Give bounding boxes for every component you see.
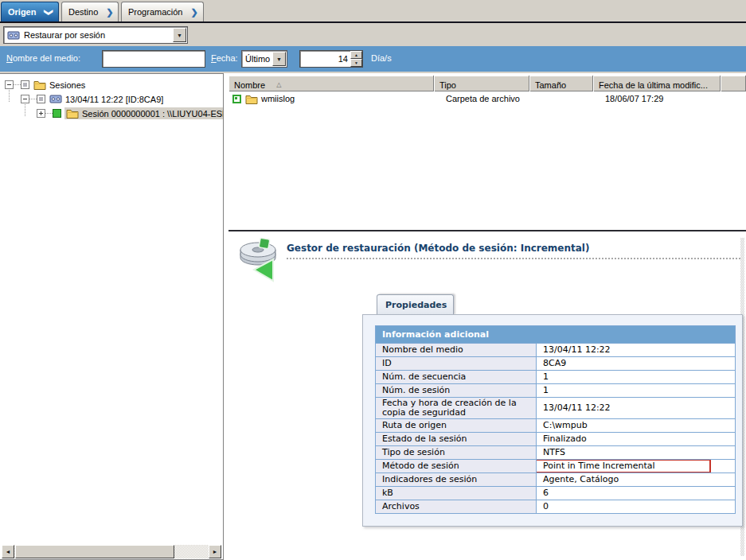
media-name-input[interactable] — [102, 50, 205, 68]
scroll-right-icon[interactable]: ► — [209, 545, 221, 558]
date-range-value: Último — [245, 54, 270, 64]
dropdown-arrow-icon[interactable]: ▼ — [173, 28, 186, 42]
property-label: Tipo de sesión — [376, 446, 537, 459]
chevron-down-icon: ❯ — [45, 8, 55, 15]
restore-type-value: Restaurar por sesión — [24, 30, 105, 40]
filter-toolbar: Nombre del medio: Fecha: Último ▼ ▲ ▼ Dí… — [0, 46, 746, 72]
selected-row-highlight: Sesión 0000000001 : \\LIUYU04-ESN — [64, 107, 224, 119]
property-row: kB6 — [376, 486, 735, 500]
tree-item-sesiones[interactable]: Sesiones — [5, 78, 85, 91]
file-row-wmiislog[interactable]: wmiislog Carpeta de archivo 18/06/07 17:… — [228, 91, 746, 106]
column-header-stub — [721, 76, 746, 91]
days-spinner[interactable]: ▲ ▼ — [350, 51, 362, 67]
property-row: Núm. de secuencia1 — [376, 370, 735, 383]
property-value: Finalizado — [537, 433, 735, 445]
restore-type-row: Restaurar por sesión ▼ — [0, 23, 746, 46]
property-label: Ruta de origen — [376, 419, 537, 432]
tree-item-label: Sesión 0000000001 : \\LIUYU04-ESN — [82, 109, 224, 119]
spin-down-icon[interactable]: ▼ — [350, 59, 362, 67]
property-value: 0 — [537, 500, 735, 513]
folder-icon — [245, 94, 258, 104]
expand-icon[interactable] — [37, 109, 45, 118]
checkbox-checked[interactable] — [232, 95, 241, 103]
horizontal-scrollbar[interactable]: ◄ ► — [2, 545, 221, 558]
property-row: Tipo de sesiónNTFS — [376, 445, 735, 459]
property-label: Estado de la sesión — [376, 433, 537, 445]
property-label: Fecha y hora de creación de la copia de … — [376, 398, 537, 418]
property-value: C:\wmpub — [537, 419, 735, 432]
tab-destino-label: Destino — [68, 7, 98, 17]
property-row: Fecha y hora de creación de la copia de … — [376, 397, 735, 418]
column-header-tamano[interactable]: Tamaño — [529, 76, 593, 91]
checkbox-checked[interactable] — [53, 109, 61, 118]
file-name: wmiislog — [261, 94, 439, 103]
property-value: Agente, Catálogo — [537, 473, 735, 486]
property-row: Archivos0 — [376, 500, 735, 513]
property-value: 13/04/11 12:22 — [537, 344, 735, 356]
properties-card: Información adicional Nombre del medio13… — [362, 314, 743, 527]
property-label: Método de sesión — [376, 460, 537, 472]
tape-drive-icon — [7, 30, 20, 41]
restore-type-select[interactable]: Restaurar por sesión ▼ — [3, 26, 188, 44]
date-range-select[interactable]: Último ▼ — [241, 50, 287, 68]
property-value: 1 — [537, 384, 735, 397]
file-modified: 18/06/07 17:29 — [599, 94, 663, 103]
file-list-header: Nombre △ Tipo Tamaño Fecha de la última … — [228, 76, 746, 91]
scroll-left-icon[interactable]: ◄ — [2, 545, 14, 558]
checkbox-partial[interactable] — [21, 80, 29, 89]
property-label: Indicadores de sesión — [376, 473, 537, 486]
tab-programacion-label: Programación — [128, 7, 182, 17]
tree-item-session[interactable]: Sesión 0000000001 : \\LIUYU04-ESN — [37, 107, 224, 120]
scrollbar-thumb[interactable] — [15, 545, 174, 558]
chevron-right-icon: ❯ — [190, 7, 197, 18]
additional-info-table: Información adicional Nombre del medio13… — [375, 325, 736, 514]
detail-panel: Gestor de restauración (Método de sesión… — [228, 230, 746, 560]
tree-item-label: Sesiones — [49, 80, 85, 90]
property-label: Núm. de secuencia — [376, 371, 537, 383]
table-header: Información adicional — [376, 326, 735, 343]
property-row: ID8CA9 — [376, 356, 735, 370]
checkbox-partial[interactable] — [37, 95, 45, 103]
sort-ascending-icon: △ — [276, 82, 281, 88]
property-value: 1 — [537, 371, 735, 383]
chevron-right-icon: ❯ — [106, 7, 113, 18]
date-label: Fecha: — [211, 53, 238, 63]
table-rows: Nombre del medio13/04/11 12:22ID8CA9Núm.… — [376, 343, 735, 513]
folder-icon — [66, 108, 79, 119]
property-row: Ruta de origenC:\wmpub — [376, 418, 735, 432]
tab-propiedades[interactable]: Propiedades — [377, 294, 454, 315]
spin-up-icon[interactable]: ▲ — [350, 51, 362, 59]
property-label: Núm. de sesión — [376, 384, 537, 397]
tab-destino[interactable]: Destino ❯ — [61, 2, 119, 21]
days-unit-label: Día/s — [371, 53, 392, 63]
column-header-fecha[interactable]: Fecha de la última modific... — [593, 76, 721, 91]
property-value: NTFS — [537, 446, 735, 459]
property-row: Indicadores de sesiónAgente, Catálogo — [376, 472, 735, 486]
tab-bar: Origen ❯ Destino ❯ Programación ❯ — [0, 0, 746, 21]
tree-item-label: 13/04/11 12:22 [ID:8CA9] — [65, 95, 163, 104]
restore-manager-icon — [236, 235, 282, 285]
property-value: 8CA9 — [537, 357, 735, 370]
property-row: Estado de la sesiónFinalizado — [376, 432, 735, 445]
collapse-icon[interactable] — [5, 80, 14, 89]
property-value: Point in Time Incremental — [537, 460, 735, 472]
column-header-nombre[interactable]: Nombre △ — [228, 76, 434, 91]
property-value: 13/04/11 12:22 — [537, 398, 735, 418]
dropdown-arrow-icon[interactable]: ▼ — [272, 52, 286, 66]
tape-cartridge-icon — [49, 94, 62, 104]
property-label: Nombre del medio — [376, 344, 537, 356]
collapse-icon[interactable] — [21, 95, 29, 103]
tab-programacion[interactable]: Programación ❯ — [121, 2, 204, 21]
property-label: kB — [376, 487, 537, 500]
restore-manager-window: Origen ❯ Destino ❯ Programación ❯ Restau… — [0, 0, 746, 560]
media-name-label: Nombre del medio: — [6, 53, 80, 63]
file-type: Carpeta de archivo — [439, 94, 535, 103]
tab-origen[interactable]: Origen ❯ — [1, 2, 59, 21]
column-header-tipo[interactable]: Tipo — [434, 76, 529, 91]
detail-title: Gestor de restauración (Método de sesión… — [287, 243, 589, 254]
property-label: ID — [376, 357, 537, 370]
property-value: 6 — [537, 487, 735, 500]
title-divider — [287, 258, 740, 259]
tab-origen-label: Origen — [8, 7, 36, 17]
tree-item-media[interactable]: 13/04/11 12:22 [ID:8CA9] — [21, 92, 163, 106]
